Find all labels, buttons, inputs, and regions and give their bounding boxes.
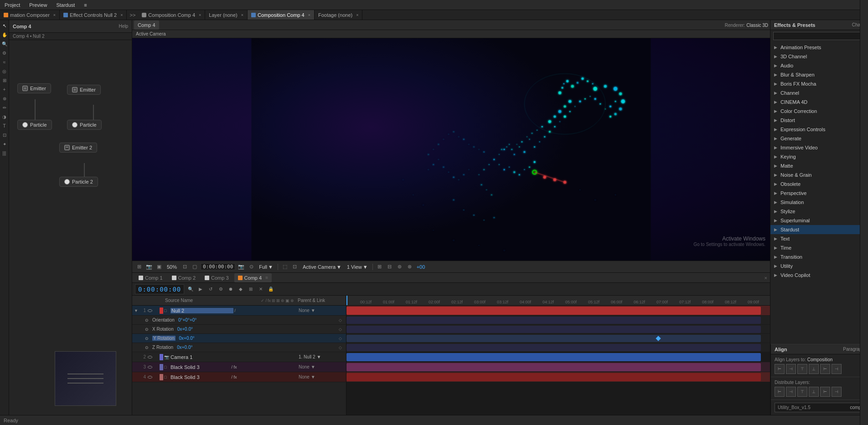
dist-center-v-btn[interactable]: ⊢ (820, 387, 830, 397)
tool-bars[interactable]: ||| (1, 149, 8, 157)
sublayer-z-rotation[interactable]: ⊙ Z Rotation 0x+0.0° ◇ (132, 343, 346, 352)
tool-pan[interactable]: ≈ (1, 58, 8, 66)
effects-item-time[interactable]: ▶ Time (770, 243, 868, 252)
effects-item-text[interactable]: ▶ Text (770, 234, 868, 243)
align-center-v-btn[interactable]: ⊢ (820, 364, 830, 374)
layer-row-null2[interactable]: ▼ 1 □ Null 2 / (132, 306, 346, 316)
tool-clone[interactable]: ◑ (1, 113, 8, 120)
sublayer-y-rotation[interactable]: ⊙ Y Rotation 0x+0.0° ◇ (132, 334, 346, 343)
layer-vis-camera1[interactable] (147, 354, 153, 360)
node-particle1[interactable]: Particle (17, 120, 52, 130)
align-top-btn[interactable]: ⊥ (809, 364, 819, 374)
viewer-canvas[interactable]: Activate Windows Go to Settings to activ… (132, 38, 770, 261)
ctrl-transparency-btn[interactable]: ⬚ (281, 263, 289, 271)
tab-close-layer[interactable]: × (241, 13, 243, 17)
menu-stardust[interactable]: Stardust (52, 2, 79, 8)
tab-expand-left[interactable]: >> (127, 12, 138, 18)
node-graph-area[interactable]: Emitter Particle Emitter Particle (9, 40, 132, 415)
track-row-null2[interactable] (346, 306, 770, 316)
effects-item-immersive[interactable]: ▶ Immersive Video (770, 143, 868, 152)
tab-composition-comp4-viewer[interactable]: Composition Comp 4 × (138, 10, 205, 20)
tab-close-comp4-viewer[interactable]: × (199, 13, 201, 17)
tab-animation-composer[interactable]: mation Composer × (0, 10, 60, 20)
effects-item-stylize[interactable]: ▶ Stylize (770, 207, 868, 216)
tc-loop-btn[interactable]: ↺ (207, 286, 214, 293)
align-center-h-btn[interactable]: ⊣ (786, 364, 796, 374)
playhead[interactable] (346, 296, 347, 305)
timeline-tab-comp1[interactable]: Comp 1 (135, 273, 166, 282)
sublayer-orientation[interactable]: ⊙ Orientation 0°+0°+0° ◇ (132, 316, 346, 325)
node-emitter3[interactable]: Emitter 2 (59, 143, 97, 153)
dist-right-btn[interactable]: ⊤ (797, 387, 807, 397)
tc-hide-btn[interactable]: ✕ (257, 286, 264, 293)
effects-item-boris[interactable]: ▶ Boris FX Mocha (770, 79, 868, 88)
effects-item-simulation[interactable]: ▶ Simulation (770, 198, 868, 207)
tool-hand[interactable]: ✋ (1, 31, 8, 38)
effects-item-audio[interactable]: ▶ Audio (770, 61, 868, 70)
tc-preview-btn[interactable]: ▶ (197, 286, 204, 293)
tool-paint[interactable]: ✏ (1, 104, 8, 111)
effects-item-cinema4d[interactable]: ▶ CINEMA 4D (770, 97, 868, 107)
node-emitter1[interactable]: Emitter (17, 83, 51, 93)
tool-target[interactable]: ◎ (1, 67, 8, 75)
ctrl-region-btn[interactable]: ▢ (191, 263, 199, 271)
ctrl-align-btn[interactable]: ⊞ (376, 263, 384, 271)
ctrl-snap-btn[interactable]: ⊟ (386, 263, 394, 271)
ctrl-render-btn[interactable]: ⊙ (247, 263, 255, 271)
layer-row-blacksolid3a[interactable]: 3 □ Black Solid 3 / fx (132, 362, 346, 372)
tab-layer-none[interactable]: Layer (none) × (205, 10, 248, 20)
effects-item-matte[interactable]: ▶ Matte (770, 161, 868, 170)
ctrl-fit-btn[interactable]: ⊡ (181, 263, 189, 271)
tab-effect-controls[interactable]: Effect Controls Null 2 × (60, 10, 127, 20)
layer-row-camera1[interactable]: 2 📷 Camera 1 1. Null 2 ▼ (132, 352, 346, 362)
timeline-expand-btn[interactable]: × (765, 275, 767, 281)
effects-item-keying[interactable]: ▶ Keying (770, 152, 868, 161)
layer-expand-null2[interactable]: ▼ (134, 308, 138, 313)
align-bottom-btn[interactable]: ⊣ (832, 364, 842, 374)
tab-close-comp4[interactable]: × (308, 13, 310, 17)
effects-item-stardust[interactable]: ▶ Stardust (770, 225, 868, 234)
timeline-tab-comp2[interactable]: Comp 2 (168, 273, 200, 282)
tab-comp4-active[interactable]: Composition Comp 4 × (248, 10, 315, 20)
node-particle2[interactable]: Particle (67, 120, 102, 130)
tc-settings-btn[interactable]: ⚙ (217, 286, 224, 293)
ctrl-pixel-btn[interactable]: ⊡ (291, 263, 299, 271)
effects-item-superluminal[interactable]: ▶ Superluminal (770, 216, 868, 225)
ctrl-display-btn[interactable]: ▣ (155, 263, 163, 271)
effects-item-transition[interactable]: ▶ Transition (770, 252, 868, 261)
ctrl-zoom-level[interactable]: 50% (165, 264, 179, 270)
tc-motion-btn[interactable]: ⊞ (247, 286, 254, 293)
effects-item-blur[interactable]: ▶ Blur & Sharpen (770, 70, 868, 79)
ctrl-snapshot-btn[interactable]: 📷 (237, 263, 245, 271)
tab-close-animation[interactable]: × (53, 13, 56, 17)
tool-add[interactable]: + (1, 86, 8, 93)
dist-top-btn[interactable]: ⊥ (809, 387, 819, 397)
effects-item-animation[interactable]: ▶ Animation Presets (770, 43, 868, 52)
tool-zoom[interactable]: 🔍 (1, 40, 8, 47)
track-row-bs3b[interactable] (346, 372, 770, 382)
ctrl-grid-btn[interactable]: ⊞ (135, 263, 143, 271)
tab-close-effect[interactable]: × (120, 13, 123, 17)
sublayer-x-rotation[interactable]: ⊙ X Rotation 0x+0.0° ◇ (132, 325, 346, 334)
timeline-ruler[interactable]: 00:12f 01:00f 01:12f 02:00f 02:12f 03:00… (346, 296, 770, 306)
layer-vis-bs3a[interactable] (147, 364, 153, 370)
viewer-tab-comp4[interactable]: Comp 4 (134, 20, 159, 30)
effects-item-noise[interactable]: ▶ Noise & Grain (770, 170, 868, 179)
align-right-btn[interactable]: ⊤ (797, 364, 807, 374)
ctrl-views-dropdown[interactable]: 1 View ▼ (345, 264, 370, 270)
effects-item-color[interactable]: ▶ Color Correction (770, 107, 868, 116)
effects-item-distort[interactable]: ▶ Distort (770, 116, 868, 125)
tool-text[interactable]: T (1, 122, 8, 129)
ctrl-camera-btn[interactable]: 📷 (145, 263, 153, 271)
track-row-bs3a[interactable] (346, 362, 770, 372)
menu-preview[interactable]: Preview (25, 2, 52, 8)
dist-bottom-btn[interactable]: ⊣ (832, 387, 842, 397)
tool-rotate[interactable]: ⚙ (1, 49, 8, 56)
layer-vis-null2[interactable] (147, 307, 153, 314)
node-emitter2[interactable]: Emitter (67, 85, 101, 95)
tc-record-btn[interactable]: ⏺ (227, 286, 234, 293)
ctrl-3d-btn[interactable]: ⊛ (396, 263, 404, 271)
menu-project[interactable]: Project (0, 2, 25, 8)
ctrl-quality-dropdown[interactable]: Full ▼ (257, 264, 275, 270)
tab-close-footage[interactable]: × (356, 13, 358, 17)
